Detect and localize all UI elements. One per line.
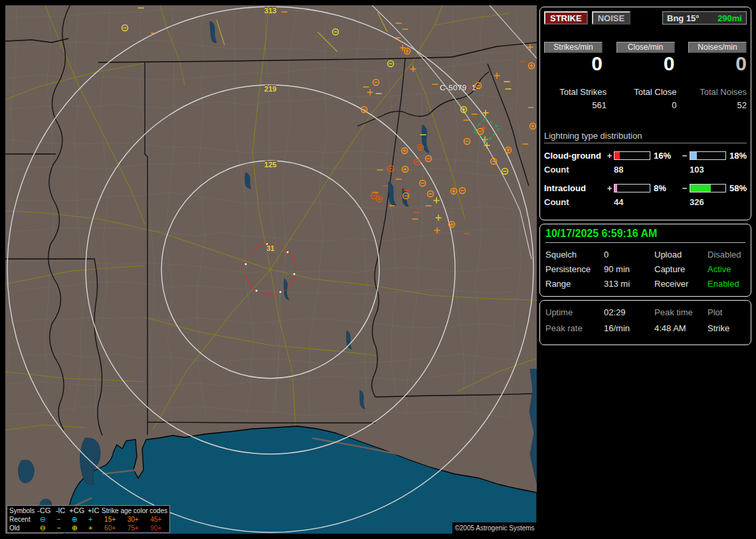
count-row-1: Count44326 — [544, 194, 747, 209]
stats-cell-1: 02:29 — [604, 307, 654, 317]
bearing-indicator: Bng 15° 290mi — [662, 11, 747, 25]
svg-text:31: 31 — [266, 244, 274, 252]
distribution-row-0: Cloud-ground+16%−18% — [544, 149, 747, 162]
rate-label-1[interactable]: Close/min — [616, 42, 675, 53]
status-cell-9: 313 mi — [604, 279, 654, 289]
svg-text:C-5079+1−: C-5079+1− — [440, 84, 481, 92]
app-window: 31125219313C-5079+1− Symbols-CG-IC+CG+IC… — [0, 0, 756, 539]
status-cell-8: Range — [545, 279, 604, 289]
rate-label-0[interactable]: Strikes/min — [544, 42, 603, 53]
pos-bar — [614, 184, 650, 193]
datetime: 10/17/2025 6:59:16 AM — [545, 228, 745, 243]
status-cell-4: Persistence — [545, 264, 604, 274]
total-label-2: Total Noises — [684, 87, 747, 97]
total-value-0: 561 — [544, 100, 607, 110]
bearing-label: Bng 15° — [667, 13, 700, 23]
stats-cell-7: Strike — [708, 323, 745, 333]
status-cell-10: Receiver — [654, 279, 708, 289]
status-cell-2: Upload — [654, 250, 708, 260]
rate-value-1: 0 — [616, 52, 675, 75]
stats-cell-3: Plot — [708, 307, 745, 317]
status-cell-6: Capture — [654, 264, 708, 274]
map-legend: Symbols-CG-IC+CG+ICStrike age color code… — [7, 505, 170, 533]
neg-bar — [690, 151, 726, 160]
stats-panel: Uptime02:29Peak timePlotPeak rate16/min4… — [539, 300, 751, 345]
legend-row-recent: Recent⊖−⊕+15+30+45+ — [9, 515, 167, 524]
distribution-title: Lightning type distribution — [544, 131, 747, 143]
status-cell-7: Active — [708, 264, 745, 274]
noise-button[interactable]: NOISE — [592, 11, 630, 25]
stats-cell-4: Peak rate — [545, 323, 604, 333]
status-cell-3: Disabled — [708, 250, 745, 260]
stats-cell-0: Uptime — [545, 307, 604, 317]
copyright: ©2005 Astrogenic Systems — [452, 522, 537, 534]
map-canvas[interactable]: 31125219313C-5079+1− — [5, 5, 537, 534]
count-row-0: Count88103 — [544, 162, 747, 177]
strike-button[interactable]: STRIKE — [544, 11, 588, 25]
svg-text:125: 125 — [264, 161, 276, 169]
stats-cell-2: Peak time — [654, 307, 708, 317]
status-panel: 10/17/2025 6:59:16 AM Squelch0UploadDisa… — [539, 224, 751, 297]
legend-row-old: Old⊖−⊕+60+75+90+ — [9, 524, 167, 532]
status-cell-0: Squelch — [545, 250, 604, 260]
bearing-range: 290mi — [717, 13, 742, 23]
lightning-map[interactable]: 31125219313C-5079+1− Symbols-CG-IC+CG+IC… — [5, 5, 537, 534]
stats-cell-5: 16/min — [604, 323, 654, 333]
total-label-1: Total Close — [614, 87, 677, 97]
totals-block: Total StrikesTotal CloseTotal Noises5610… — [544, 87, 747, 114]
neg-bar — [690, 184, 726, 193]
status-grid: Squelch0UploadDisabledPersistence90 minC… — [545, 250, 745, 289]
total-value-1: 0 — [614, 100, 677, 110]
stats-grid: Uptime02:29Peak timePlotPeak rate16/min4… — [545, 307, 745, 333]
distribution-block: Lightning type distribution Cloud-ground… — [544, 131, 747, 214]
strike-panel: STRIKE NOISE Bng 15° 290mi Strikes/minCl… — [539, 7, 751, 220]
status-cell-1: 0 — [604, 250, 654, 260]
distribution-row-1: Intracloud+8%−58% — [544, 181, 747, 194]
status-cell-5: 90 min — [604, 264, 654, 274]
rate-labels-row: Strikes/minClose/minNoises/min — [544, 42, 747, 53]
rate-value-0: 0 — [544, 52, 603, 75]
svg-text:313: 313 — [264, 7, 276, 15]
rate-value-2: 0 — [688, 52, 747, 75]
rate-label-2[interactable]: Noises/min — [688, 42, 747, 53]
pos-bar — [614, 151, 650, 160]
stats-cell-6: 4:48 AM — [654, 323, 708, 333]
total-value-2: 52 — [684, 100, 747, 110]
rate-values-row: 000 — [544, 52, 747, 75]
status-cell-11: Enabled — [708, 279, 745, 289]
total-label-0: Total Strikes — [544, 87, 607, 97]
svg-text:219: 219 — [264, 85, 276, 93]
